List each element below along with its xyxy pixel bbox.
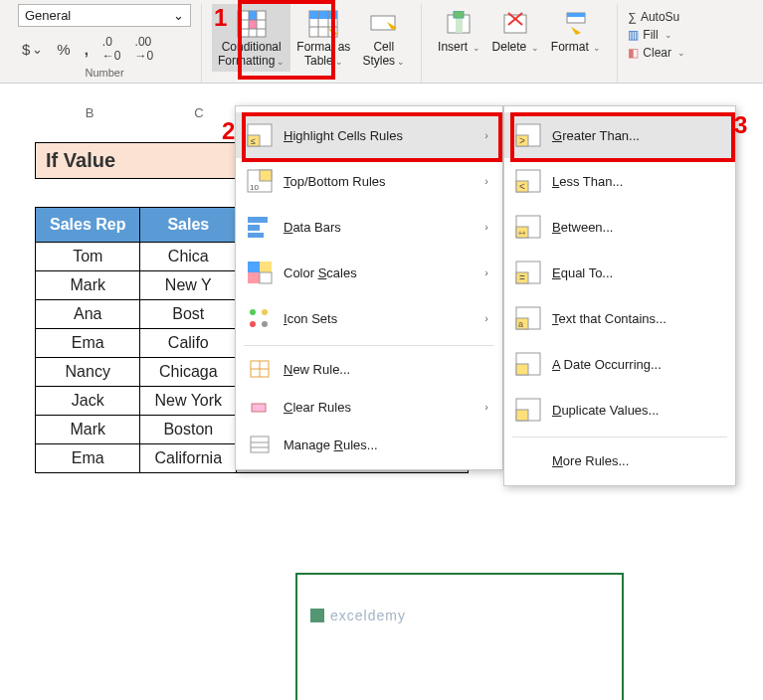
menu-data-bars[interactable]: Data Bars › (236, 204, 502, 250)
data-bars-icon (246, 214, 274, 240)
delete-button[interactable]: Delete ⌄ (486, 4, 545, 58)
svg-rect-27 (248, 217, 268, 223)
svg-text:>: > (519, 135, 525, 146)
menu-highlight-cells-rules[interactable]: ≤ Highlight Cells Rules › (236, 112, 502, 158)
new-rule-icon (246, 356, 274, 382)
svg-text:a: a (518, 319, 523, 329)
eraser-icon: ◧ (628, 46, 639, 60)
menu-clear-rules[interactable]: Clear Rules › (236, 388, 502, 426)
fill-button[interactable]: ▥Fill⌄ (628, 26, 671, 44)
format-icon (560, 8, 592, 40)
insert-button[interactable]: Insert ⌄ (432, 4, 486, 58)
group-styles: Conditional Formatting⌄ Format as Table⌄… (202, 4, 422, 83)
format-as-table-label-1: Format as (296, 40, 350, 54)
duplicate-values-icon (514, 397, 542, 423)
svg-rect-2 (249, 20, 257, 29)
svg-rect-42 (251, 437, 269, 452)
submenu-arrow-icon: › (484, 175, 488, 187)
title-band: If Value (35, 142, 256, 179)
menu-label: Color Scales (284, 265, 357, 280)
equal-to-icon: = (514, 260, 542, 285)
accounting-format-button[interactable]: $ ⌄ (18, 39, 47, 60)
svg-rect-1 (249, 11, 257, 20)
menu-less-than[interactable]: < Less Than... (504, 158, 735, 204)
menu-more-rules[interactable]: More Rules... (504, 441, 735, 479)
menu-color-scales[interactable]: Color Scales › (236, 250, 502, 295)
cell-styles-button[interactable]: Cell Styles⌄ (356, 4, 411, 72)
between-icon: ⇿ (514, 214, 542, 240)
watermark: exceldemy (308, 607, 406, 624)
menu-label: More Rules... (552, 453, 629, 468)
menu-icon-sets[interactable]: Icon Sets › (236, 295, 502, 341)
number-format-combo[interactable]: General ⌄ (18, 4, 191, 27)
svg-rect-41 (252, 404, 266, 412)
conditional-formatting-menu: ≤ Highlight Cells Rules › 10 Top/Bottom … (235, 105, 503, 470)
svg-rect-33 (260, 272, 272, 283)
clear-button[interactable]: ◧Clear⌄ (628, 44, 685, 62)
col-b[interactable]: B (35, 103, 144, 122)
increase-decimal-button[interactable]: .0←0 (98, 33, 125, 65)
date-occurring-icon (514, 351, 542, 377)
menu-equal-to[interactable]: = Equal To... (504, 250, 735, 295)
sigma-icon: ∑ (628, 10, 637, 24)
format-as-table-label-2: Table (304, 54, 333, 68)
format-button[interactable]: Format ⌄ (545, 4, 608, 58)
svg-rect-20 (567, 13, 585, 17)
svg-point-34 (250, 309, 256, 315)
menu-manage-rules[interactable]: Manage Rules... (236, 426, 502, 463)
submenu-arrow-icon: › (484, 266, 488, 278)
percent-format-button[interactable]: % (53, 39, 74, 60)
group-editing: ∑AutoSu ▥Fill⌄ ◧Clear⌄ (618, 4, 695, 83)
svg-rect-61 (516, 364, 528, 375)
menu-label: Greater Than... (552, 128, 640, 143)
cell-styles-icon (368, 8, 400, 40)
submenu-arrow-icon: › (484, 129, 488, 141)
svg-text:<: < (519, 181, 525, 192)
svg-rect-29 (248, 233, 264, 238)
conditional-formatting-label-2: Formatting (218, 54, 275, 68)
menu-between[interactable]: ⇿ Between... (504, 204, 735, 250)
menu-label: Manage Rules... (284, 438, 378, 452)
autosum-button[interactable]: ∑AutoSu (628, 8, 679, 26)
svg-text:≤: ≤ (251, 136, 256, 146)
th-city: Sales (140, 208, 237, 243)
svg-rect-63 (516, 410, 528, 421)
group-number-label: Number (85, 67, 123, 79)
format-as-table-button[interactable]: Format as Table⌄ (290, 4, 356, 72)
manage-rules-icon (246, 432, 274, 457)
top-bottom-icon: 10 (246, 168, 274, 194)
conditional-formatting-label-1: Conditional (222, 40, 282, 54)
delete-icon (499, 8, 531, 40)
menu-label: Data Bars (284, 220, 341, 235)
selection-marquee (295, 573, 624, 700)
group-cells: Insert ⌄ Delete ⌄ Format ⌄ (422, 4, 618, 83)
menu-separator (244, 345, 494, 346)
menu-label: Top/Bottom Rules (284, 174, 386, 189)
svg-rect-31 (260, 262, 272, 272)
decrease-decimal-button[interactable]: .00→0 (131, 33, 158, 65)
menu-label: Clear Rules (284, 400, 351, 415)
menu-text-contains[interactable]: a Text that Contains... (504, 295, 735, 341)
format-label: Format (551, 40, 589, 54)
menu-date-occurring[interactable]: A Date Occurring... (504, 341, 735, 387)
svg-rect-30 (248, 262, 260, 272)
svg-point-36 (250, 321, 256, 327)
svg-point-35 (262, 309, 268, 315)
comma-format-button[interactable]: , (81, 39, 93, 60)
menu-duplicate-values[interactable]: Duplicate Values... (504, 387, 735, 433)
menu-new-rule[interactable]: New Rule... (236, 350, 502, 388)
greater-than-icon: > (514, 122, 542, 148)
fill-down-icon: ▥ (628, 28, 639, 42)
conditional-formatting-button[interactable]: Conditional Formatting⌄ (212, 4, 290, 72)
ribbon: General ⌄ $ ⌄ % , .0←0 .00→0 Number (0, 0, 763, 84)
menu-top-bottom-rules[interactable]: 10 Top/Bottom Rules › (236, 158, 502, 204)
conditional-formatting-icon (236, 8, 268, 40)
svg-rect-8 (309, 11, 337, 19)
less-than-icon: < (514, 168, 542, 194)
th-rep: Sales Rep (36, 208, 140, 243)
svg-rect-28 (248, 225, 260, 231)
menu-label: A Date Occurring... (552, 357, 662, 372)
svg-rect-15 (454, 11, 464, 18)
menu-greater-than[interactable]: > Greater Than... (504, 112, 735, 158)
menu-label: Text that Contains... (552, 311, 667, 326)
